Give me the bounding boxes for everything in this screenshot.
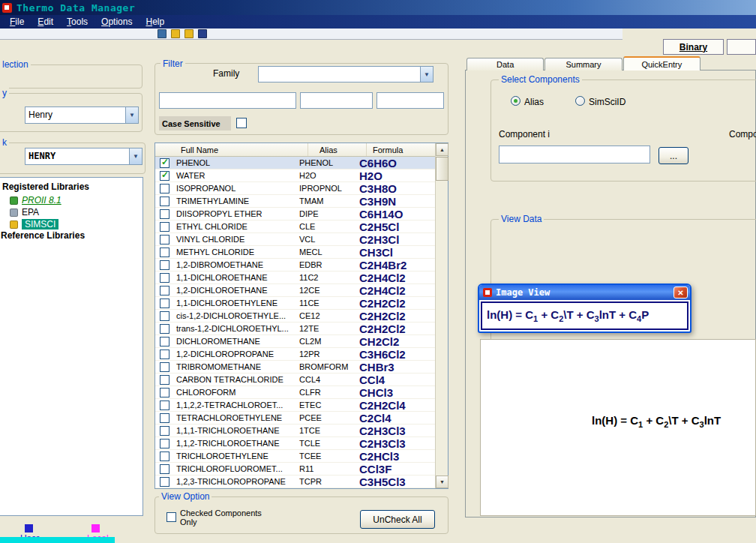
filter-input-1[interactable] (159, 92, 296, 109)
row-checkbox[interactable] (160, 375, 170, 385)
WATER[interactable]: WATER H2O H2O (155, 170, 435, 182)
menu-item[interactable]: Tools (60, 15, 94, 28)
filter-input-2[interactable] (300, 92, 373, 109)
databank-combobox[interactable]: HENRY ▼ (25, 148, 142, 165)
row-checkbox[interactable] (160, 184, 170, 194)
scroll-up-icon[interactable]: ▲ (436, 143, 448, 156)
row-checkbox[interactable] (160, 248, 170, 257)
TETRACHLOROETHYLENE[interactable]: TETRACHLOROETHYLENE PCEE C2Cl4 (155, 412, 435, 424)
METHYL CHLORIDE[interactable]: METHYL CHLORIDE MECL CH3Cl (155, 246, 435, 259)
ETHYL CHLORIDE[interactable]: ETHYL CHLORIDE CLE C2H5Cl (155, 220, 435, 233)
row-checkbox[interactable] (160, 388, 170, 398)
image-view-title-bar[interactable]: Image View ✕ (479, 285, 690, 300)
filter-input-3[interactable] (376, 92, 444, 109)
simsciid-radio[interactable] (575, 96, 585, 106)
ISOPROPANOL[interactable]: ISOPROPANOL IPROPNOL C3H8O (155, 182, 435, 195)
component-i-input[interactable] (499, 146, 650, 164)
title-bar[interactable]: Thermo Data Manager (0, 0, 756, 15)
row-checkbox[interactable] (160, 426, 170, 436)
menu-item[interactable]: Help (139, 15, 171, 28)
1,1,1-TRICHLOROETHANE[interactable]: 1,1,1-TRICHLOROETHANE 1TCE C2H3Cl3 (155, 424, 435, 437)
row-checkbox[interactable] (160, 350, 170, 359)
alias-radio[interactable] (511, 96, 520, 106)
cell-formula: C2H4Cl2 (356, 272, 424, 284)
toolbar-icon-3[interactable] (184, 29, 194, 38)
row-checkbox[interactable] (160, 311, 170, 321)
row-checkbox[interactable] (160, 286, 170, 296)
DICHLOROMETHANE[interactable]: DICHLOROMETHANE CL2M CH2Cl2 (155, 335, 435, 348)
row-checkbox[interactable] (160, 273, 170, 283)
family-combobox[interactable]: ▼ (258, 66, 434, 82)
browse-button[interactable]: ... (658, 147, 688, 164)
partial-top-tab[interactable] (727, 39, 756, 55)
tab[interactable]: Summary (544, 58, 622, 70)
scroll-down-icon[interactable]: ▼ (436, 476, 448, 488)
databank-combobox-dropdown-icon[interactable]: ▼ (129, 148, 142, 164)
app-icon (2, 3, 12, 13)
close-icon[interactable]: ✕ (674, 286, 688, 298)
henry-combobox[interactable]: Henry ▼ (25, 106, 139, 124)
row-checkbox[interactable] (160, 464, 170, 474)
DIISOPROPYL ETHER[interactable]: DIISOPROPYL ETHER DIPE C6H14O (155, 208, 435, 220)
cell-formula: C3H8O (356, 182, 424, 195)
row-checkbox[interactable] (160, 439, 170, 448)
PHENOL[interactable]: PHENOL PHENOL C6H6O (155, 157, 435, 170)
column-header-full-name[interactable]: Full Name (155, 143, 308, 156)
1,2-DICHLOROETHANE[interactable]: 1,2-DICHLOROETHANE 12CE C2H4Cl2 (155, 284, 435, 297)
tab[interactable]: Data (466, 58, 544, 70)
row-checkbox[interactable] (160, 222, 170, 232)
1,2,3-TRICHLOROPROPANE[interactable]: 1,2,3-TRICHLOROPROPANE TCPR C3H5Cl3 (155, 476, 435, 488)
library-tree-item[interactable]: EPA (10, 206, 156, 218)
row-checkbox[interactable] (160, 171, 170, 181)
1,2-DICHLOROPROPANE[interactable]: 1,2-DICHLOROPROPANE 12PR C3H6Cl2 (155, 348, 435, 361)
1,1-DICHLOROETHYLENE[interactable]: 1,1-DICHLOROETHYLENE 11CE C2H2Cl2 (155, 297, 435, 310)
row-checkbox[interactable] (160, 413, 170, 423)
scrollbar-thumb[interactable] (436, 157, 448, 181)
1,1,2,2-TETRACHLOROET...[interactable]: 1,1,2,2-TETRACHLOROET... ETEC C2H2Cl4 (155, 399, 435, 412)
menu-item[interactable]: File (3, 15, 31, 28)
column-header-alias[interactable]: Alias (308, 143, 367, 156)
row-checkbox[interactable] (160, 196, 170, 206)
row-checkbox[interactable] (160, 235, 170, 244)
uncheck-all-button[interactable]: UnCheck All (360, 510, 435, 529)
cell-full-name: 1,1,1-TRICHLOROETHANE (170, 426, 298, 435)
library-tree-item[interactable]: SIMSCI (10, 218, 156, 230)
TRIBROMOMETHANE[interactable]: TRIBROMOMETHANE BROMFORM CHBr3 (155, 361, 435, 374)
menu-item[interactable]: Options (94, 15, 139, 28)
toolbar-icon-2[interactable] (171, 29, 180, 38)
VINYL CHLORIDE[interactable]: VINYL CHLORIDE VCL C2H3Cl (155, 233, 435, 246)
1,1-DICHLOROETHANE[interactable]: 1,1-DICHLOROETHANE 11C2 C2H4Cl2 (155, 272, 435, 284)
binary-tab[interactable]: Binary (663, 39, 724, 55)
TRICHLOROETHYLENE[interactable]: TRICHLOROETHYLENE TCEE C2HCl3 (155, 450, 435, 463)
row-checkbox[interactable] (160, 362, 170, 372)
row-checkbox[interactable] (160, 337, 170, 346)
row-checkbox[interactable] (160, 158, 170, 168)
menu-item[interactable]: Edit (31, 15, 60, 28)
row-checkbox[interactable] (160, 400, 170, 410)
trans-1,2-DICHLOROETHYL...[interactable]: trans-1,2-DICHLOROETHYL... 12TE C2H2Cl2 (155, 322, 435, 335)
family-combobox-dropdown-icon[interactable]: ▼ (420, 67, 433, 82)
toolbar-icon-1[interactable] (158, 29, 166, 38)
case-sensitive-checkbox[interactable] (236, 118, 247, 128)
row-checkbox[interactable] (160, 298, 170, 308)
table-scrollbar[interactable]: ▲ ▼ (435, 143, 448, 488)
checked-components-only-checkbox[interactable] (166, 512, 176, 522)
row-checkbox[interactable] (160, 477, 170, 487)
TRIMETHYLAMINE[interactable]: TRIMETHYLAMINE TMAM C3H9N (155, 195, 435, 208)
window-title: Thermo Data Manager (16, 2, 135, 14)
cis-1,2-DICHLOROETHYLE...[interactable]: cis-1,2-DICHLOROETHYLE... CE12 C2H2Cl2 (155, 310, 435, 322)
row-checkbox[interactable] (160, 209, 170, 219)
henry-combobox-dropdown-icon[interactable]: ▼ (125, 107, 138, 123)
tab[interactable]: QuickEntry (623, 56, 700, 70)
column-header-formula[interactable]: Formula (367, 143, 435, 156)
1,2-DIBROMOETHANE[interactable]: 1,2-DIBROMOETHANE EDBR C2H4Br2 (155, 259, 435, 272)
TRICHLOROFLUOROMET...[interactable]: TRICHLOROFLUOROMET... R11 CCl3F (155, 463, 435, 476)
1,1,2-TRICHLOROETHANE[interactable]: 1,1,2-TRICHLOROETHANE TCLE C2H3Cl3 (155, 437, 435, 450)
row-checkbox[interactable] (160, 452, 170, 461)
row-checkbox[interactable] (160, 324, 170, 334)
CARBON TETRACHLORIDE[interactable]: CARBON TETRACHLORIDE CCL4 CCl4 (155, 374, 435, 386)
toolbar-icon-4[interactable] (198, 29, 207, 38)
row-checkbox[interactable] (160, 260, 170, 270)
CHLOROFORM[interactable]: CHLOROFORM CLFR CHCl3 (155, 386, 435, 399)
library-tree-item[interactable]: PROII 8.1 (10, 194, 156, 206)
